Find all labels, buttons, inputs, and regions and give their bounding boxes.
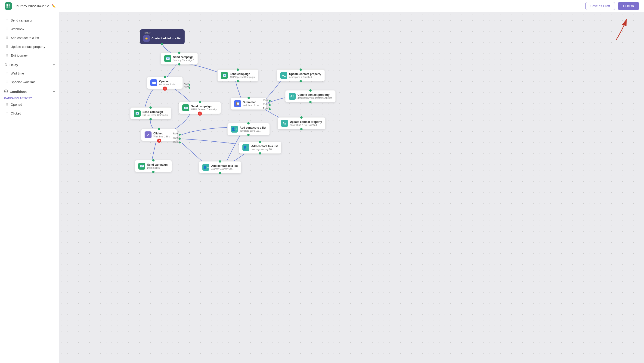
save-draft-button[interactable]: Save as Draft [586, 2, 615, 10]
node-submitted1[interactable]: 📋 Submitted Wait time: 1 Hrs [231, 98, 266, 110]
sc2-bottom-connector [237, 80, 239, 82]
delay-chevron: ▾ [53, 64, 54, 67]
conditions-icon [4, 90, 8, 94]
sc1-title: Send campaign [173, 56, 194, 59]
sidebar-item-specific-wait[interactable]: ⠿ Specific wait time [2, 78, 57, 86]
svg-rect-3 [8, 6, 10, 8]
drag-icon: ⠿ [6, 80, 8, 84]
sidebar-label-add-contact: Add contact to a list [11, 36, 39, 40]
sc3-top-connector [199, 101, 201, 103]
sidebar-label-webhook: Webhook [11, 27, 24, 31]
sidebar-item-webhook[interactable]: ⠿ Webhook [2, 25, 57, 33]
drag-icon: ⠿ [6, 54, 8, 58]
acl3-top-connector [219, 160, 221, 163]
node-ucp1[interactable]: Az Update contact property description =… [277, 70, 325, 82]
sc3-icon: 📧 [182, 104, 189, 111]
node-acl1[interactable]: 👤+ Add contact to a list Template-string… [228, 123, 270, 135]
acl2-top-connector [259, 141, 261, 143]
sidebar-item-send-campaign[interactable]: ⠿ Send campaign [2, 16, 57, 24]
drag-icon: ⠿ [6, 45, 8, 48]
sidebar-label-send-campaign: Send campaign [11, 18, 33, 22]
sidebar-item-update-contact[interactable]: ⠿ Update contact property [2, 42, 57, 51]
sidebar-item-add-contact[interactable]: ⠿ Add contact to a list [2, 34, 57, 42]
acl3-icon: 👤+ [202, 164, 209, 171]
acl1-subtitle: Template-string123... [240, 130, 266, 132]
trigger-label: Trigger [143, 32, 181, 34]
node-ucp3[interactable]: Az Update contact property description =… [278, 117, 326, 129]
sc5-subtitle: Did not click [147, 166, 168, 169]
clicked1-subtitle: Wait time: 1 Hrs [153, 135, 170, 138]
sc2-subtitle: AMP Opened Campaign [230, 76, 255, 78]
amp-label: AMP [184, 82, 189, 85]
conditions-section-header[interactable]: Conditions ▾ [0, 87, 59, 96]
opened1-subtitle: Wait time: 1 Hrs [159, 83, 176, 86]
sidebar-label-opened: Opened [11, 103, 22, 106]
acl2-subtitle: Journey-Journey 20... [251, 148, 278, 150]
drag-icon: ⠿ [6, 103, 8, 106]
acl1-bottom-connector [247, 134, 250, 136]
node-sc5[interactable]: 📧 Send campaign Did not click [135, 160, 172, 172]
opened1-top-connector [164, 76, 166, 78]
sc4-bottom-connector [150, 118, 152, 120]
sc1-bottom-connector [178, 63, 180, 66]
node-acl3[interactable]: 👤+ Add contact to a list Journey-Journey… [199, 161, 241, 173]
sc2-title: Send campaign [230, 72, 255, 76]
sc4-icon: 📧 [134, 110, 141, 117]
node-sc4[interactable]: 📧 Send campaign Did Not Open Campaign [130, 107, 171, 120]
node-sc1[interactable]: 📧 Send campaign Journey Campaign 1 [161, 52, 198, 64]
svg-rect-0 [6, 4, 8, 6]
sc4-top-connector [150, 106, 152, 109]
acl2-bottom-connector [259, 152, 261, 154]
node-acl2[interactable]: 👤+ Add contact to a list Journey-Journey… [239, 142, 281, 154]
campaign-activity-label: Campaign activity [0, 96, 59, 100]
opened1-icon: ✉️ [150, 79, 157, 86]
sidebar-label-exit-journey: Exit journey [11, 54, 28, 58]
clicked1-title: Clicked [153, 132, 170, 135]
publish-button[interactable]: Publish [618, 2, 639, 10]
svg-rect-2 [6, 6, 8, 8]
sc2-icon: 📧 [221, 72, 228, 79]
node-sc2[interactable]: 📧 Send campaign AMP Opened Campaign [218, 70, 258, 82]
sidebar: ⠿ Send campaign ⠿ Webhook ⠿ Add contact … [0, 12, 59, 363]
sc1-top-connector [178, 52, 180, 54]
ucp1-top-connector [300, 68, 302, 71]
sidebar-item-opened[interactable]: ⠿ Opened [2, 100, 57, 109]
sidebar-item-clicked[interactable]: ⠿ Clicked [2, 109, 57, 118]
sidebar-item-exit-journey[interactable]: ⠿ Exit journey [2, 51, 57, 60]
node-opened1[interactable]: ✉️ Opened Wait time: 1 Hrs ✕ [147, 77, 183, 89]
sidebar-item-wait-time[interactable]: ⠿ Wait time [2, 69, 57, 78]
delay-section-header[interactable]: ⏱ Delay ▾ [0, 60, 59, 69]
acl3-bottom-connector [219, 172, 221, 174]
edit-icon[interactable]: ✏️ [52, 4, 56, 8]
flow-canvas[interactable]: Trigger ⚡ Contact added to a list 📧 Send… [59, 12, 644, 363]
clicked1-top-connector [158, 128, 160, 130]
header-right: Save as Draft Publish [586, 2, 639, 10]
sidebar-label-update-contact: Update contact property [11, 45, 45, 48]
acl2-title: Add contact to a list [251, 144, 278, 148]
acl1-icon: 👤+ [231, 126, 238, 132]
ucp3-subtitle: description = Not Satisfied [290, 124, 322, 126]
sc4-title: Send campaign [142, 110, 168, 114]
node-ucp2[interactable]: Az Update contact property description =… [285, 90, 336, 102]
submitted1-icon: 📋 [234, 100, 241, 107]
clicked1-icon: ↗ [144, 132, 152, 138]
main-layout: ⠿ Send campaign ⠿ Webhook ⠿ Add contact … [0, 12, 644, 363]
opened1-error: ✕ [163, 86, 167, 91]
sc5-top-connector [152, 159, 154, 162]
acl1-title: Add contact to a list [240, 126, 266, 129]
header-left: Journey 2022-04-27 2 ✏️ [5, 2, 56, 10]
acl3-subtitle: Journey-Journey 20... [211, 168, 238, 170]
sc4-subtitle: Did Not Open Campaign [142, 114, 168, 116]
header: Journey 2022-04-27 2 ✏️ Save as Draft Pu… [0, 0, 644, 12]
ucp3-title: Update contact property [290, 120, 322, 124]
sc3-error: ✕ [198, 112, 202, 116]
submitted1-top-connector [248, 97, 250, 99]
node-clicked1[interactable]: ↗ Clicked Wait time: 1 Hrs ✕ [141, 129, 177, 141]
ucp3-top-connector [300, 116, 302, 119]
sc5-icon: 📧 [138, 163, 145, 170]
conditions-label: Conditions [10, 90, 26, 94]
node-sc3[interactable]: 📧 Send campaign HTML Opened Campaign ✕ [179, 102, 221, 114]
drag-icon: ⠿ [6, 18, 8, 22]
trigger-node[interactable]: Trigger ⚡ Contact added to a list [140, 30, 184, 44]
ucp1-title: Update contact property [289, 72, 321, 76]
